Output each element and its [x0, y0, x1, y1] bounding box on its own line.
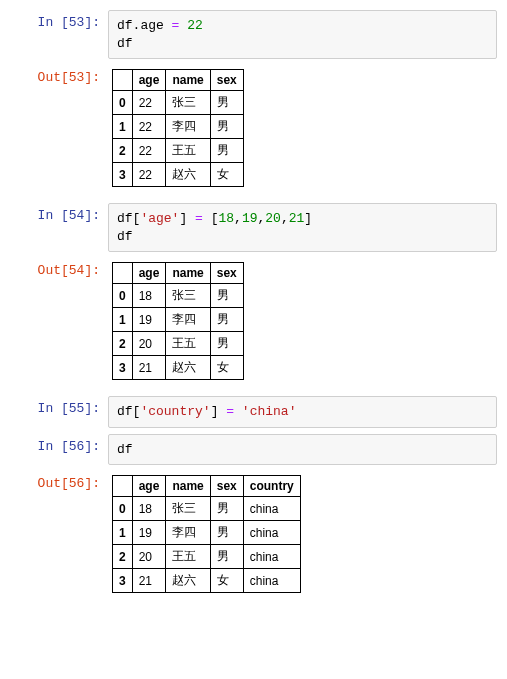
cell: 王五 [166, 545, 210, 569]
cell: 张三 [166, 91, 210, 115]
out-prompt-53: Out[53]: [10, 65, 108, 85]
col-header: name [166, 263, 210, 284]
in-prompt-56: In [56]: [10, 434, 108, 454]
code-token: 18 [218, 211, 234, 226]
table-row: 0 22 张三 男 [113, 91, 244, 115]
code-editor-55[interactable]: df['country'] = 'china' [108, 396, 497, 428]
cell: 李四 [166, 308, 210, 332]
cell: 李四 [166, 521, 210, 545]
table-corner [113, 70, 133, 91]
cell: 21 [132, 356, 166, 380]
code-token: df.age [117, 18, 172, 33]
row-index: 2 [113, 139, 133, 163]
code-token: df [117, 36, 133, 51]
output-area-54: age name sex 0 18 张三 男 1 19 李四 男 2 20 王五… [108, 258, 497, 390]
in-prompt-53: In [53]: [10, 10, 108, 30]
table-row: 1 19 李四 男 [113, 308, 244, 332]
cell-53-input: In [53]: df.age = 22 df [10, 10, 497, 59]
cell-55-input: In [55]: df['country'] = 'china' [10, 396, 497, 428]
row-index: 3 [113, 569, 133, 593]
dataframe-56: age name sex country 0 18 张三 男 china 1 1… [112, 475, 301, 593]
cell: 张三 [166, 284, 210, 308]
cell: 男 [210, 308, 243, 332]
dataframe-53: age name sex 0 22 张三 男 1 22 李四 男 2 22 王五… [112, 69, 244, 187]
cell: 20 [132, 332, 166, 356]
cell: 女 [210, 569, 243, 593]
col-header: age [132, 70, 166, 91]
code-token: = [172, 18, 188, 33]
code-token: , [281, 211, 289, 226]
table-row: 2 20 王五 男 [113, 332, 244, 356]
out-prompt-54: Out[54]: [10, 258, 108, 278]
code-token: df [117, 442, 133, 457]
row-index: 1 [113, 308, 133, 332]
col-header: age [132, 263, 166, 284]
row-index: 3 [113, 163, 133, 187]
cell: china [243, 569, 300, 593]
cell: 男 [210, 545, 243, 569]
col-header: sex [210, 263, 243, 284]
cell: 22 [132, 139, 166, 163]
table-row: 2 20 王五 男 china [113, 545, 301, 569]
table-row: 1 19 李四 男 china [113, 521, 301, 545]
table-row: 3 21 赵六 女 [113, 356, 244, 380]
cell: 赵六 [166, 569, 210, 593]
cell-54-input: In [54]: df['age'] = [18,19,20,21] df [10, 203, 497, 252]
code-token: ] [304, 211, 312, 226]
row-index: 2 [113, 545, 133, 569]
table-corner [113, 263, 133, 284]
cell: 22 [132, 163, 166, 187]
cell-56-output: Out[56]: age name sex country 0 18 张三 男 … [10, 471, 497, 603]
code-editor-53[interactable]: df.age = 22 df [108, 10, 497, 59]
col-header: sex [210, 476, 243, 497]
cell: 22 [132, 91, 166, 115]
cell: 18 [132, 284, 166, 308]
code-token: 'age' [140, 211, 179, 226]
row-index: 1 [113, 521, 133, 545]
cell: 男 [210, 284, 243, 308]
table-row: 1 22 李四 男 [113, 115, 244, 139]
code-token: df [117, 229, 133, 244]
table-row: 3 22 赵六 女 [113, 163, 244, 187]
output-area-53: age name sex 0 22 张三 男 1 22 李四 男 2 22 王五… [108, 65, 497, 197]
cell: china [243, 545, 300, 569]
cell: 李四 [166, 115, 210, 139]
cell: 男 [210, 497, 243, 521]
table-row: 3 21 赵六 女 china [113, 569, 301, 593]
row-index: 0 [113, 91, 133, 115]
code-token: 'china' [242, 404, 297, 419]
cell: 19 [132, 521, 166, 545]
row-index: 3 [113, 356, 133, 380]
col-header: country [243, 476, 300, 497]
code-token: 22 [187, 18, 203, 33]
output-area-56: age name sex country 0 18 张三 男 china 1 1… [108, 471, 497, 603]
dataframe-54: age name sex 0 18 张三 男 1 19 李四 男 2 20 王五… [112, 262, 244, 380]
code-token: 19 [242, 211, 258, 226]
in-prompt-54: In [54]: [10, 203, 108, 223]
code-token: df[ [117, 404, 140, 419]
code-token: = [226, 404, 242, 419]
in-prompt-55: In [55]: [10, 396, 108, 416]
code-token: , [234, 211, 242, 226]
cell: 男 [210, 521, 243, 545]
cell: 男 [210, 115, 243, 139]
row-index: 2 [113, 332, 133, 356]
out-prompt-56: Out[56]: [10, 471, 108, 491]
code-token: 'country' [140, 404, 210, 419]
code-token: ] [211, 404, 227, 419]
table-row: 0 18 张三 男 china [113, 497, 301, 521]
cell: 22 [132, 115, 166, 139]
cell-53-output: Out[53]: age name sex 0 22 张三 男 1 22 李四 … [10, 65, 497, 197]
cell: 女 [210, 163, 243, 187]
cell: 19 [132, 308, 166, 332]
table-row: 2 22 王五 男 [113, 139, 244, 163]
code-editor-54[interactable]: df['age'] = [18,19,20,21] df [108, 203, 497, 252]
cell: 男 [210, 139, 243, 163]
cell: 王五 [166, 139, 210, 163]
cell: 20 [132, 545, 166, 569]
col-header: name [166, 70, 210, 91]
row-index: 0 [113, 284, 133, 308]
code-editor-56[interactable]: df [108, 434, 497, 466]
code-token: 21 [289, 211, 305, 226]
cell: china [243, 497, 300, 521]
